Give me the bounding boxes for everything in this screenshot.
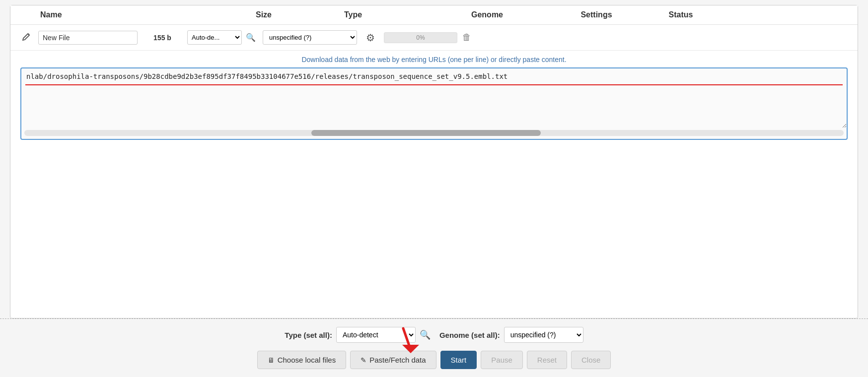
- edit-file-button[interactable]: [20, 30, 33, 45]
- file-size: 155 b: [143, 34, 182, 42]
- file-name-input[interactable]: [38, 31, 138, 45]
- type-select-wrap: Auto-de... BAM BED FASTA FASTQ SAM VCF 🔍: [187, 30, 258, 45]
- col-type: Type: [298, 10, 408, 19]
- col-settings: Settings: [567, 10, 626, 19]
- paste-fetch-container: ✎ Paste/Fetch data: [350, 351, 436, 369]
- table-header: Name Size Type Genome Settings Status: [10, 5, 858, 25]
- action-buttons-row: 🖥 Choose local files ✎ Paste/Fetch data …: [10, 351, 858, 369]
- status-bar-wrap: 0% 🗑: [384, 31, 473, 44]
- close-button[interactable]: Close: [571, 351, 611, 369]
- horizontal-scrollbar[interactable]: [24, 130, 844, 136]
- textarea-section: nlab/drosophila-transposons/9b28cdbe9d2b…: [10, 67, 858, 148]
- info-message: Download data from the web by entering U…: [10, 51, 858, 67]
- settings-button[interactable]: ⚙: [362, 31, 379, 45]
- genome-set-all-group: Genome (set all): unspecified (?) hg19 h…: [439, 327, 583, 343]
- choose-local-files-button[interactable]: 🖥 Choose local files: [257, 351, 347, 369]
- genome-set-all-label: Genome (set all):: [439, 331, 500, 339]
- start-button[interactable]: Start: [440, 351, 477, 369]
- paste-fetch-button[interactable]: ✎ Paste/Fetch data: [350, 351, 436, 369]
- col-size: Size: [229, 10, 298, 19]
- monitor-icon: 🖥: [268, 356, 275, 364]
- type-search-button[interactable]: 🔍: [244, 32, 258, 43]
- svg-marker-1: [402, 345, 419, 353]
- url-textarea[interactable]: nlab/drosophila-transposons/9b28cdbe9d2b…: [21, 68, 847, 128]
- bottom-toolbar: Type (set all): Auto-detect BAM BED FAST…: [0, 318, 868, 377]
- content-spacer: [10, 148, 858, 178]
- reset-button[interactable]: Reset: [527, 351, 567, 369]
- genome-set-all-select[interactable]: unspecified (?) hg19 hg38 mm10 dm6: [504, 327, 583, 343]
- col-genome: Genome: [408, 10, 567, 19]
- type-set-all-label: Type (set all):: [285, 331, 332, 339]
- file-row: 155 b Auto-de... BAM BED FASTA FASTQ SAM…: [10, 25, 858, 51]
- type-select[interactable]: Auto-de... BAM BED FASTA FASTQ SAM VCF: [187, 30, 242, 45]
- col-status: Status: [626, 10, 735, 19]
- pause-button[interactable]: Pause: [481, 351, 523, 369]
- delete-file-button[interactable]: 🗑: [460, 31, 473, 44]
- paste-icon: ✎: [361, 356, 366, 364]
- col-name: Name: [20, 10, 229, 19]
- set-all-controls-row: Type (set all): Auto-detect BAM BED FAST…: [10, 327, 858, 343]
- scrollbar-thumb: [311, 130, 541, 136]
- status-progress: 0%: [384, 32, 457, 43]
- genome-select[interactable]: unspecified (?) hg19 hg38 mm10 dm6: [263, 30, 357, 45]
- genome-select-wrap: unspecified (?) hg19 hg38 mm10 dm6: [263, 30, 357, 45]
- url-textarea-wrap: nlab/drosophila-transposons/9b28cdbe9d2b…: [20, 67, 848, 140]
